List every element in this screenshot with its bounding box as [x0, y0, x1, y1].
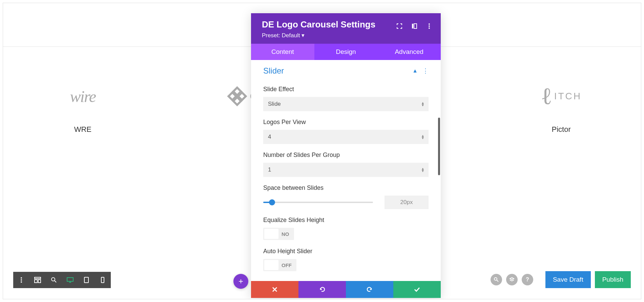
desktop-icon[interactable]	[62, 272, 78, 288]
expand-icon[interactable]	[396, 23, 403, 29]
pitch-logo-graphic: ℓ ITCH	[541, 83, 582, 110]
logo-caption: Pictor	[552, 125, 571, 134]
svg-point-10	[21, 279, 22, 281]
field-space-between: Space between Slides 20px	[263, 184, 429, 209]
columns-icon[interactable]	[411, 23, 418, 29]
modal-preset[interactable]: Preset: Default ▾	[262, 32, 430, 39]
settings-modal: DE Logo Carousel Settings Preset: Defaul…	[251, 13, 441, 298]
redo-icon	[366, 286, 373, 293]
svg-rect-17	[84, 277, 88, 283]
layers-icon[interactable]	[506, 274, 518, 285]
svg-point-9	[21, 277, 22, 279]
field-auto-height: Auto Height Slider OFF	[263, 248, 429, 271]
svg-rect-4	[412, 24, 413, 28]
label-slide-effect: Slide Effect	[263, 86, 429, 93]
label-logos-per-view: Logos Per View	[263, 119, 429, 126]
modal-header: DE Logo Carousel Settings Preset: Defaul…	[251, 13, 441, 44]
kebab-icon[interactable]	[426, 23, 433, 29]
svg-point-11	[21, 281, 22, 283]
field-slide-effect: Slide Effect Slide ▴▾	[263, 86, 429, 111]
pitch-p-icon: ℓ	[541, 83, 554, 110]
slider-thumb[interactable]	[269, 199, 275, 205]
slider-value-input[interactable]: 20px	[385, 196, 429, 209]
label-auto-height: Auto Height Slider	[263, 248, 429, 255]
select-logos-per-view[interactable]: 4 ▴▾	[263, 130, 429, 144]
redo-button[interactable]	[346, 281, 393, 298]
section-kebab-icon[interactable]: ⋮	[422, 67, 429, 75]
save-draft-button[interactable]: Save Draft	[545, 271, 591, 288]
phone-icon[interactable]	[95, 272, 111, 288]
svg-rect-13	[35, 280, 37, 283]
slider-track[interactable]	[263, 202, 373, 203]
select-slide-effect[interactable]: Slide ▴▾	[263, 97, 429, 111]
zoom-icon[interactable]	[46, 272, 62, 288]
field-equalize-height: Equalize Slides Height NO	[263, 217, 429, 240]
svg-rect-5	[414, 24, 417, 28]
help-icon[interactable]: ?	[522, 274, 533, 285]
tab-advanced[interactable]: Advanced	[377, 44, 441, 60]
bottom-right-actions: ? Save Draft Publish	[491, 271, 631, 288]
toggle-label: NO	[279, 231, 294, 237]
section-actions: ▲ ⋮	[412, 67, 429, 75]
modal-body: Slider ▲ ⋮ Slide Effect Slide ▴▾ Logos P…	[251, 60, 441, 281]
scrollbar-thumb[interactable]	[438, 118, 440, 175]
svg-point-8	[429, 27, 430, 29]
toggle-knob	[264, 229, 278, 239]
toggle-auto-height[interactable]: OFF	[263, 259, 296, 271]
select-value: 4	[268, 134, 271, 140]
page-canvas: wire WRE C	[3, 3, 641, 299]
modal-tabs: Content Design Advanced	[251, 44, 441, 60]
close-icon	[272, 286, 278, 293]
tab-design[interactable]: Design	[314, 44, 378, 60]
check-icon	[414, 287, 420, 292]
select-caret-icon: ▴▾	[422, 102, 424, 106]
logo-image-wre: wire	[49, 81, 117, 112]
modal-footer	[251, 281, 441, 298]
logo-image-pitch: ℓ ITCH	[527, 81, 595, 112]
section-title: Slider	[263, 66, 284, 76]
pitch-text: ITCH	[554, 91, 582, 102]
label-space-between: Space between Slides	[263, 184, 429, 192]
undo-icon	[319, 286, 326, 293]
undo-button[interactable]	[298, 281, 346, 298]
label-slides-per-group: Number of Slides Per Group	[263, 152, 429, 159]
logo-item-wre: wire WRE	[49, 81, 117, 134]
publish-button[interactable]: Publish	[595, 271, 631, 288]
tab-content[interactable]: Content	[251, 44, 314, 60]
svg-point-15	[51, 278, 55, 281]
logo-caption: WRE	[74, 125, 91, 134]
svg-point-6	[429, 23, 430, 25]
toggle-label: OFF	[279, 262, 296, 268]
toggle-equalize-height[interactable]: NO	[263, 228, 294, 240]
slider-row: 20px	[263, 196, 429, 209]
logo-item-pictor: ℓ ITCH Pictor	[527, 81, 595, 134]
question-mark: ?	[526, 277, 529, 283]
select-caret-icon: ▴▾	[422, 135, 424, 139]
chevron-up-icon[interactable]: ▲	[412, 68, 418, 74]
select-value: Slide	[268, 101, 281, 107]
modal-header-icons	[396, 23, 433, 29]
field-slides-per-group: Number of Slides Per Group 1 ▴▾	[263, 152, 429, 177]
svg-rect-12	[35, 277, 41, 279]
svg-rect-18	[101, 277, 104, 283]
toolbar-kebab-icon[interactable]	[13, 272, 29, 288]
field-logos-per-view: Logos Per View 4 ▴▾	[263, 119, 429, 144]
cancel-button[interactable]	[251, 281, 298, 298]
svg-point-19	[494, 278, 497, 280]
section-header[interactable]: Slider ▲ ⋮	[263, 60, 429, 78]
toggle-knob	[264, 260, 278, 270]
bottom-toolbar	[13, 272, 111, 288]
search-circ-icon[interactable]	[491, 274, 502, 285]
wireframe-icon[interactable]	[29, 272, 46, 288]
svg-point-7	[429, 25, 430, 27]
add-fab[interactable]: +	[233, 274, 248, 289]
save-button[interactable]	[393, 281, 441, 298]
cube-icon	[227, 86, 247, 106]
wire-logo-graphic: wire	[70, 87, 96, 106]
tablet-icon[interactable]	[78, 272, 95, 288]
select-slides-per-group[interactable]: 1 ▴▾	[263, 163, 429, 177]
label-equalize-height: Equalize Slides Height	[263, 217, 429, 224]
select-caret-icon: ▴▾	[422, 167, 424, 172]
svg-rect-16	[67, 278, 73, 281]
svg-rect-14	[38, 280, 41, 283]
